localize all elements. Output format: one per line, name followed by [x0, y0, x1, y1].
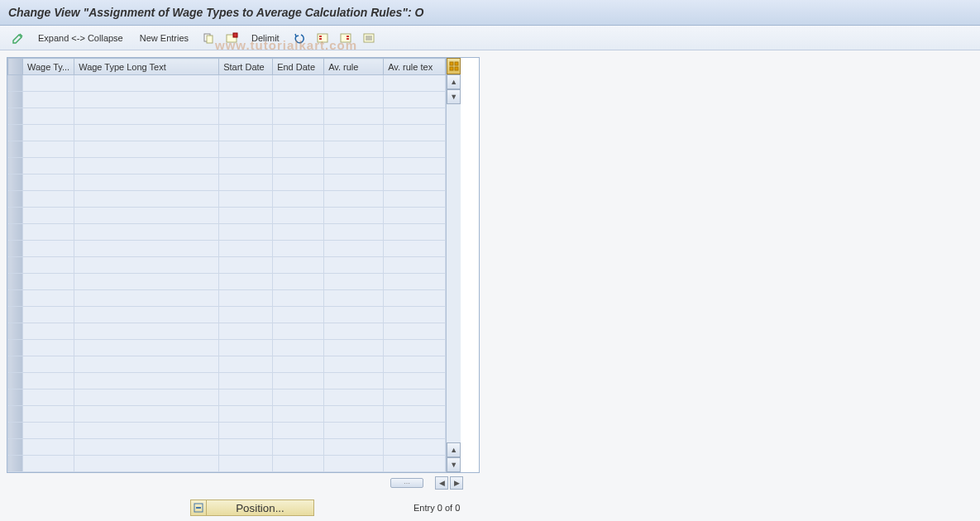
cell[interactable] — [219, 241, 273, 257]
cell[interactable] — [384, 257, 446, 274]
cell[interactable] — [273, 174, 324, 191]
cell[interactable] — [23, 439, 74, 456]
row-selector[interactable] — [8, 257, 23, 274]
cell[interactable] — [23, 307, 74, 323]
cell[interactable] — [324, 241, 384, 257]
cell[interactable] — [324, 390, 384, 406]
delete-icon[interactable] — [222, 30, 241, 46]
cell[interactable] — [273, 373, 324, 390]
col-start-date[interactable]: Start Date — [219, 59, 273, 75]
cell[interactable] — [324, 456, 384, 472]
cell[interactable] — [384, 340, 446, 356]
cell[interactable] — [74, 241, 219, 257]
cell[interactable] — [219, 406, 273, 423]
cell[interactable] — [273, 191, 324, 208]
expand-collapse-button[interactable]: Expand <-> Collapse — [31, 31, 130, 45]
table-settings-icon[interactable] — [447, 58, 461, 74]
cell[interactable] — [219, 174, 273, 191]
cell[interactable] — [23, 390, 74, 406]
cell[interactable] — [74, 406, 219, 423]
cell[interactable] — [273, 208, 324, 224]
cell[interactable] — [219, 356, 273, 373]
cell[interactable] — [324, 108, 384, 125]
cell[interactable] — [74, 257, 219, 274]
cell[interactable] — [384, 439, 446, 456]
cell[interactable] — [219, 439, 273, 456]
cell[interactable] — [384, 108, 446, 125]
cell[interactable] — [324, 423, 384, 439]
cell[interactable] — [74, 290, 219, 307]
cell[interactable] — [384, 356, 446, 373]
row-selector[interactable] — [8, 390, 23, 406]
cell[interactable] — [219, 191, 273, 208]
cell[interactable] — [23, 141, 74, 158]
cell[interactable] — [23, 125, 74, 141]
scroll-up-icon[interactable]: ▲ — [447, 74, 461, 89]
change-mode-icon[interactable] — [8, 30, 28, 46]
cell[interactable] — [384, 241, 446, 257]
row-selector[interactable] — [8, 224, 23, 241]
cell[interactable] — [324, 274, 384, 290]
cell[interactable] — [384, 406, 446, 423]
cell[interactable] — [273, 390, 324, 406]
col-av-rule-text[interactable]: Av. rule tex — [384, 59, 446, 75]
scroll-down-bottom-icon[interactable]: ▼ — [447, 457, 461, 472]
cell[interactable] — [273, 290, 324, 307]
cell[interactable] — [384, 224, 446, 241]
row-selector[interactable] — [8, 108, 23, 125]
cell[interactable] — [219, 257, 273, 274]
col-wage-type[interactable]: Wage Ty... — [23, 59, 74, 75]
cell[interactable] — [324, 257, 384, 274]
cell[interactable] — [74, 390, 219, 406]
cell[interactable] — [324, 356, 384, 373]
cell[interactable] — [324, 290, 384, 307]
cell[interactable] — [23, 224, 74, 241]
select-all-icon[interactable] — [313, 30, 332, 46]
cell[interactable] — [273, 92, 324, 108]
row-selector[interactable] — [8, 274, 23, 290]
cell[interactable] — [74, 340, 219, 356]
print-icon[interactable] — [359, 30, 379, 46]
row-selector[interactable] — [8, 125, 23, 141]
cell[interactable] — [324, 174, 384, 191]
deselect-all-icon[interactable] — [336, 30, 356, 46]
cell[interactable] — [384, 191, 446, 208]
cell[interactable] — [219, 75, 273, 92]
cell[interactable] — [273, 356, 324, 373]
cell[interactable] — [324, 191, 384, 208]
cell[interactable] — [384, 456, 446, 472]
cell[interactable] — [74, 191, 219, 208]
new-entries-button[interactable]: New Entries — [133, 31, 195, 45]
position-button[interactable]: Position... — [207, 499, 314, 516]
cell[interactable] — [324, 323, 384, 340]
cell[interactable] — [219, 307, 273, 323]
cell[interactable] — [23, 241, 74, 257]
cell[interactable] — [23, 108, 74, 125]
cell[interactable] — [74, 141, 219, 158]
cell[interactable] — [324, 75, 384, 92]
undo-icon[interactable] — [289, 30, 309, 46]
cell[interactable] — [219, 158, 273, 174]
col-av-rule[interactable]: Av. rule — [324, 59, 384, 75]
scroll-left-icon[interactable]: ◀ — [435, 476, 448, 490]
cell[interactable] — [324, 125, 384, 141]
cell[interactable] — [384, 158, 446, 174]
cell[interactable] — [23, 340, 74, 356]
cell[interactable] — [74, 208, 219, 224]
row-selector[interactable] — [8, 406, 23, 423]
cell[interactable] — [384, 323, 446, 340]
cell[interactable] — [23, 356, 74, 373]
cell[interactable] — [273, 141, 324, 158]
cell[interactable] — [384, 274, 446, 290]
cell[interactable] — [219, 423, 273, 439]
cell[interactable] — [219, 274, 273, 290]
row-selector[interactable] — [8, 356, 23, 373]
cell[interactable] — [273, 439, 324, 456]
cell[interactable] — [74, 307, 219, 323]
cell[interactable] — [219, 290, 273, 307]
cell[interactable] — [74, 125, 219, 141]
cell[interactable] — [384, 390, 446, 406]
copy-icon[interactable] — [198, 30, 218, 46]
cell[interactable] — [74, 75, 219, 92]
select-all-rows[interactable] — [8, 59, 23, 75]
